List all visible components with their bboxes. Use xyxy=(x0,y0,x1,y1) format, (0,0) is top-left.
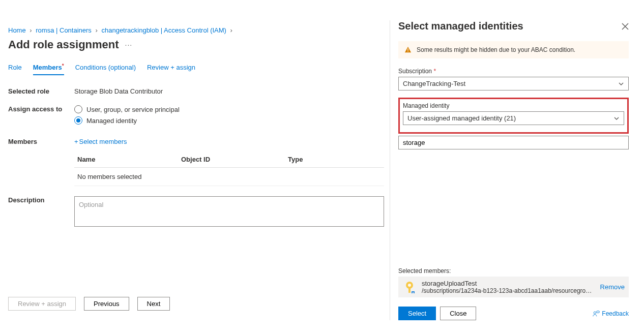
members-table: Name Object ID Type No members selected xyxy=(74,151,384,186)
plus-icon: + xyxy=(74,138,78,145)
selected-role-value: Storage Blob Data Contributor xyxy=(74,87,384,95)
select-button[interactable]: Select xyxy=(398,307,436,320)
row-assign-access: Assign access to User, group, or service… xyxy=(8,105,384,128)
previous-button[interactable]: Previous xyxy=(84,297,129,311)
radio-managed-identity[interactable]: Managed identity xyxy=(74,116,384,125)
page-title: Add role assignment xyxy=(8,38,119,51)
col-type: Type xyxy=(288,156,384,163)
panel-title: Select managed identities xyxy=(398,20,523,32)
tab-members-label: Members xyxy=(33,64,62,71)
description-label: Description xyxy=(8,196,74,228)
row-members: Members +Select members Name Object ID T… xyxy=(8,138,384,186)
svg-rect-0 xyxy=(407,48,408,50)
remove-link[interactable]: Remove xyxy=(600,283,625,291)
warning-icon xyxy=(404,46,412,53)
review-assign-button[interactable]: Review + assign xyxy=(8,297,76,311)
managed-identity-select[interactable]: User-assigned managed identity (21) xyxy=(403,111,624,125)
table-empty: No members selected xyxy=(74,168,384,186)
tab-role[interactable]: Role xyxy=(8,64,22,75)
radio-icon xyxy=(74,116,82,125)
breadcrumb-sep: › xyxy=(30,26,32,34)
subscription-label: Subscription * xyxy=(398,68,629,75)
feedback-link[interactable]: Feedback xyxy=(593,310,629,317)
member-path: /subscriptions/1a234a-b123-123a-abcd1aa1… xyxy=(422,287,595,294)
info-text: Some results might be hidden due to your… xyxy=(417,46,575,53)
managed-identity-field: Managed identity User-assigned managed i… xyxy=(403,102,624,125)
row-selected-role: Selected role Storage Blob Data Contribu… xyxy=(8,87,384,95)
col-name: Name xyxy=(74,156,181,163)
svg-point-3 xyxy=(408,284,411,287)
breadcrumb: Home › romsa | Containers › changetracki… xyxy=(8,26,384,34)
members-label: Members xyxy=(8,138,74,186)
svg-rect-1 xyxy=(407,51,408,52)
subscription-field: Subscription * ChangeTracking-Test xyxy=(398,68,629,90)
breadcrumb-home[interactable]: Home xyxy=(8,26,26,34)
svg-rect-6 xyxy=(597,311,599,313)
spacer xyxy=(398,157,629,267)
search-input[interactable] xyxy=(398,136,629,149)
page-title-row: Add role assignment ··· xyxy=(8,38,384,51)
breadcrumb-containers[interactable]: romsa | Containers xyxy=(36,26,92,34)
required-indicator: * xyxy=(62,63,64,69)
select-members-link[interactable]: +Select members xyxy=(74,138,127,145)
radio-icon xyxy=(74,105,82,113)
highlight-box: Managed identity User-assigned managed i… xyxy=(398,98,629,134)
breadcrumb-sep: › xyxy=(230,26,232,34)
col-object-id: Object ID xyxy=(181,156,288,163)
next-button[interactable]: Next xyxy=(137,297,170,311)
info-bar: Some results might be hidden due to your… xyxy=(398,41,629,58)
select-members-text: Select members xyxy=(79,138,127,145)
selected-role-label: Selected role xyxy=(8,87,74,95)
subscription-select[interactable]: ChangeTracking-Test xyxy=(398,77,629,90)
main-content: Home › romsa | Containers › changetracki… xyxy=(0,0,384,335)
person-feedback-icon xyxy=(593,310,600,317)
member-text: storageUploadTest /subscriptions/1a234a-… xyxy=(422,280,595,294)
table-header: Name Object ID Type xyxy=(74,151,384,168)
required-indicator: * xyxy=(433,68,436,75)
select-search-field xyxy=(398,136,629,149)
close-button[interactable]: Close xyxy=(440,307,476,320)
close-icon[interactable] xyxy=(622,23,629,30)
breadcrumb-iam[interactable]: changetrackingblob | Access Control (IAM… xyxy=(101,26,226,34)
feedback-text: Feedback xyxy=(602,310,629,317)
tab-members[interactable]: Members* xyxy=(33,64,64,75)
chevron-down-icon xyxy=(613,115,620,121)
svg-point-5 xyxy=(594,312,596,314)
footer-buttons: Review + assign Previous Next xyxy=(8,297,170,311)
assign-access-label: Assign access to xyxy=(8,105,74,128)
description-input[interactable] xyxy=(74,196,384,227)
side-panel: Select managed identities Some results m… xyxy=(390,20,629,320)
panel-footer: Select Close Feedback xyxy=(398,307,629,320)
panel-header: Select managed identities xyxy=(398,20,629,32)
member-card: storageUploadTest /subscriptions/1a234a-… xyxy=(398,277,629,297)
tab-review[interactable]: Review + assign xyxy=(147,64,195,75)
tabs: Role Members* Conditions (optional) Revi… xyxy=(8,64,384,75)
more-icon[interactable]: ··· xyxy=(125,41,133,49)
managed-identity-label: Managed identity xyxy=(403,102,624,109)
tab-conditions[interactable]: Conditions (optional) xyxy=(75,64,136,75)
radio-user-label: User, group, or service principal xyxy=(86,106,180,113)
radio-user-group[interactable]: User, group, or service principal xyxy=(74,105,384,113)
selected-members-label: Selected members: xyxy=(398,267,629,275)
row-description: Description xyxy=(8,196,384,228)
subscription-value: ChangeTracking-Test xyxy=(403,80,465,87)
svg-rect-4 xyxy=(408,288,411,293)
managed-identity-value: User-assigned managed identity (21) xyxy=(407,114,516,122)
radio-managed-label: Managed identity xyxy=(86,117,137,125)
selected-members-section: Selected members: storageUploadTest /sub… xyxy=(398,267,629,297)
breadcrumb-sep: › xyxy=(96,26,98,34)
member-name: storageUploadTest xyxy=(422,280,595,287)
managed-identity-icon xyxy=(402,280,417,294)
chevron-down-icon xyxy=(618,81,624,87)
